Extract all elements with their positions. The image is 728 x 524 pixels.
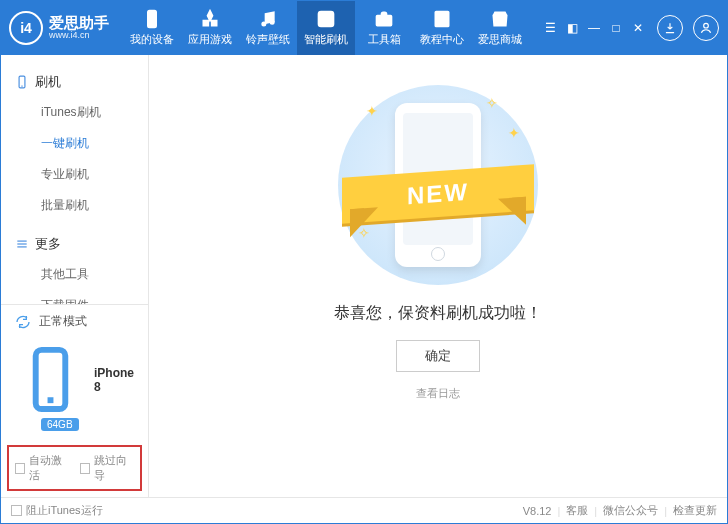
minimize-button[interactable]: — — [585, 19, 603, 37]
checkbox-1[interactable]: 跳过向导 — [80, 453, 135, 483]
sidebar-item-0-1[interactable]: 一键刷机 — [1, 128, 148, 159]
status-bar: 阻止iTunes运行 V8.12 |客服|微信公众号|检查更新 — [1, 497, 727, 523]
menu-icon — [15, 237, 29, 251]
svg-point-2 — [262, 22, 265, 25]
storage-badge: 64GB — [41, 418, 79, 431]
download-icon[interactable] — [657, 15, 683, 41]
window-controls: ☰ ◧ — □ ✕ — [541, 15, 719, 41]
app-logo: i4 — [9, 11, 43, 45]
device-name: iPhone 8 — [94, 366, 134, 394]
phone-outline-icon — [15, 75, 29, 89]
brand-url: www.i4.cn — [49, 31, 109, 41]
music-icon — [258, 9, 278, 29]
tab-6[interactable]: 爱思商城 — [471, 1, 529, 55]
sidebar: 刷机iTunes刷机一键刷机专业刷机批量刷机更多其他工具下载固件高级功能 正常模… — [1, 55, 149, 497]
refresh-icon — [15, 314, 31, 330]
tab-label: 智能刷机 — [304, 32, 348, 47]
sidebar-item-1-1[interactable]: 下载固件 — [1, 290, 148, 304]
svg-point-9 — [704, 23, 709, 28]
device-icon — [142, 9, 162, 29]
status-link-2[interactable]: 检查更新 — [673, 503, 717, 518]
close-button[interactable]: ✕ — [629, 19, 647, 37]
success-text: 恭喜您，保资料刷机成功啦！ — [334, 303, 542, 324]
maximize-button[interactable]: □ — [607, 19, 625, 37]
toolbox-icon — [374, 9, 394, 29]
user-icon[interactable] — [693, 15, 719, 41]
sidebar-item-0-3[interactable]: 批量刷机 — [1, 190, 148, 221]
block-itunes-label: 阻止iTunes运行 — [26, 503, 103, 518]
flash-icon — [316, 9, 336, 29]
store-icon — [490, 9, 510, 29]
device-row[interactable]: iPhone 8 — [1, 338, 148, 417]
tab-label: 铃声壁纸 — [246, 32, 290, 47]
mode-row[interactable]: 正常模式 — [1, 305, 148, 338]
highlighted-checkboxes: 自动激活跳过向导 — [7, 445, 142, 491]
sidebar-item-0-2[interactable]: 专业刷机 — [1, 159, 148, 190]
tab-0[interactable]: 我的设备 — [123, 1, 181, 55]
checkbox-0[interactable]: 自动激活 — [15, 453, 70, 483]
menu-icon[interactable]: ☰ — [541, 19, 559, 37]
tab-label: 应用游戏 — [188, 32, 232, 47]
status-link-1[interactable]: 微信公众号 — [603, 503, 658, 518]
block-itunes-checkbox[interactable]: 阻止iTunes运行 — [11, 503, 103, 518]
tab-label: 工具箱 — [368, 32, 401, 47]
sidebar-group-1: 更多 — [1, 229, 148, 259]
svg-rect-5 — [377, 16, 392, 26]
tab-3[interactable]: 智能刷机 — [297, 1, 355, 55]
sidebar-group-0: 刷机 — [1, 67, 148, 97]
main-content: ✦ ✧ ✧ ✦ NEW 恭喜您，保资料刷机成功啦！ 确定 查看日志 — [149, 55, 727, 497]
tab-4[interactable]: 工具箱 — [355, 1, 413, 55]
titlebar: i4 爱思助手 www.i4.cn 我的设备应用游戏铃声壁纸智能刷机工具箱教程中… — [1, 1, 727, 55]
brand-block: 爱思助手 www.i4.cn — [49, 15, 109, 41]
tab-label: 教程中心 — [420, 32, 464, 47]
tab-label: 我的设备 — [130, 32, 174, 47]
tutorial-icon — [432, 9, 452, 29]
sidebar-item-0-0[interactable]: iTunes刷机 — [1, 97, 148, 128]
success-illustration: ✦ ✧ ✧ ✦ NEW — [338, 85, 538, 285]
status-link-0[interactable]: 客服 — [566, 503, 588, 518]
apps-icon — [200, 9, 220, 29]
mode-label: 正常模式 — [39, 313, 87, 330]
confirm-button[interactable]: 确定 — [396, 340, 480, 372]
version-label: V8.12 — [523, 505, 552, 517]
device-icon — [15, 344, 86, 415]
main-tabs: 我的设备应用游戏铃声壁纸智能刷机工具箱教程中心爱思商城 — [123, 1, 529, 55]
tab-2[interactable]: 铃声壁纸 — [239, 1, 297, 55]
tab-label: 爱思商城 — [478, 32, 522, 47]
view-log-link[interactable]: 查看日志 — [416, 386, 460, 401]
sidebar-item-1-0[interactable]: 其他工具 — [1, 259, 148, 290]
skin-icon[interactable]: ◧ — [563, 19, 581, 37]
svg-point-3 — [271, 21, 274, 24]
tab-5[interactable]: 教程中心 — [413, 1, 471, 55]
tab-1[interactable]: 应用游戏 — [181, 1, 239, 55]
brand-name: 爱思助手 — [49, 15, 109, 32]
